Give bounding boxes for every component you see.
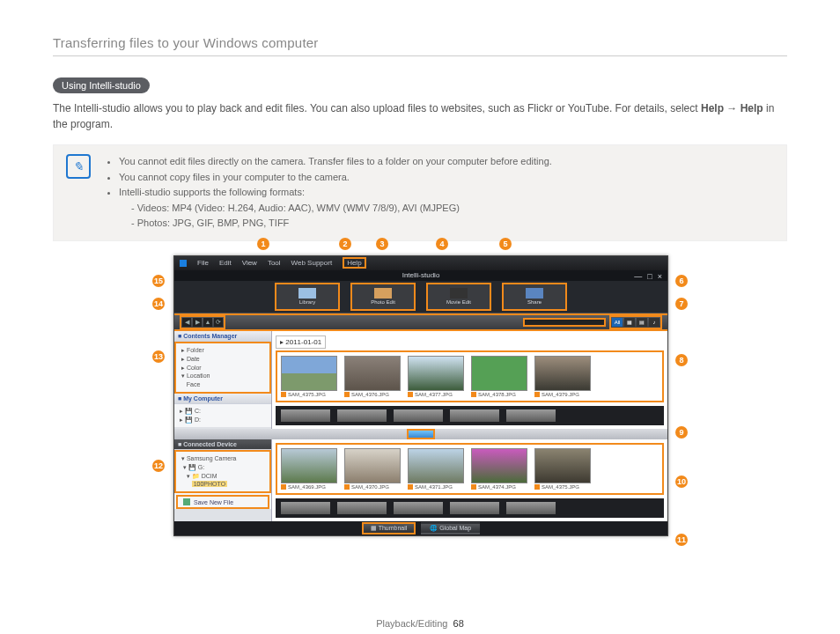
nav-forward-icon[interactable]: ▶: [193, 318, 202, 327]
callout-11: 11: [675, 534, 688, 546]
menu-tool[interactable]: Tool: [268, 259, 281, 267]
contents-tree[interactable]: ▸ Folder ▸ Date ▸ Color ▾ Location Face: [174, 342, 271, 394]
callout-6: 6: [675, 275, 688, 287]
thumbnail-item[interactable]: SAM_4374.JPG: [471, 448, 526, 490]
mini-thumb[interactable]: [394, 502, 443, 514]
callout-12: 12: [152, 460, 165, 472]
mycomputer-tree[interactable]: ▸ 💾 C: ▸ 💾 D:: [174, 404, 271, 427]
gallery-panel: ▸ 2011-01-01 SAM_4375.JPG SAM_4376.JPG S…: [272, 331, 667, 429]
thumbnail-image: [281, 356, 337, 391]
close-icon[interactable]: ×: [658, 271, 662, 282]
window-title-bar: Intelli-studio — □ ×: [174, 270, 667, 281]
tree-node-color[interactable]: Color: [187, 365, 202, 371]
thumbnail-item[interactable]: SAM_4378.JPG: [471, 356, 526, 397]
tree-drive-g[interactable]: G:: [198, 464, 204, 470]
splitter-bar[interactable]: [174, 429, 667, 439]
tree-node-location[interactable]: Location: [187, 372, 210, 379]
thumbnail-item[interactable]: SAM_4379.JPG: [534, 356, 589, 397]
callout-1: 1: [257, 238, 269, 250]
menu-help[interactable]: Help: [343, 257, 365, 269]
thumbnail-image: [408, 448, 464, 483]
save-new-file-button[interactable]: Save New File: [176, 495, 269, 509]
filter-video-icon[interactable]: ▤: [637, 318, 647, 327]
photo-type-icon: [471, 484, 476, 490]
thumbnail-item[interactable]: SAM_4369.JPG: [281, 448, 335, 490]
menu-web-support[interactable]: Web Support: [291, 259, 333, 267]
save-label: Save New File: [194, 499, 233, 505]
nav-up-icon[interactable]: ▲: [203, 318, 212, 327]
menu-file[interactable]: File: [197, 259, 209, 267]
mode-tab-bar: Library Photo Edit Movie Edit Share: [174, 281, 667, 313]
mini-thumb[interactable]: [506, 502, 556, 514]
mini-thumb[interactable]: [394, 409, 443, 422]
note-subitem: Videos: MP4 (Video: H.264, Audio: AAC), …: [131, 201, 552, 217]
tree-node-date[interactable]: Date: [187, 356, 200, 362]
tab-share[interactable]: Share: [502, 283, 567, 311]
app-logo-icon: [180, 260, 187, 267]
nav-buttons[interactable]: ◀ ▶ ▲ ⟳: [180, 315, 225, 329]
note-box: ✎ You cannot edit files directly on the …: [53, 144, 787, 241]
tab-library[interactable]: Library: [275, 283, 340, 311]
tree-node-100photo[interactable]: 100PHOTO: [192, 481, 227, 487]
intro-paragraph: The Intelli-studio allows you to play ba…: [53, 100, 787, 132]
global-map-button[interactable]: 🌐 Global Map: [421, 522, 480, 534]
mini-thumb[interactable]: [337, 502, 387, 514]
mini-thumb[interactable]: [450, 502, 499, 514]
intro-arrow: →: [726, 102, 740, 114]
help-menu-ref-2: Help: [741, 102, 763, 114]
callout-4: 4: [436, 238, 448, 250]
callout-14: 14: [152, 298, 165, 310]
filter-photo-icon[interactable]: ▦: [624, 318, 635, 327]
mini-thumb[interactable]: [281, 409, 330, 422]
splitter-handle-icon[interactable]: [407, 429, 435, 439]
tree-node-folder[interactable]: Folder: [187, 347, 204, 353]
mini-thumb[interactable]: [337, 409, 387, 422]
thumbnail-item[interactable]: SAM_4370.JPG: [344, 448, 399, 490]
photo-type-icon: [344, 392, 350, 397]
intro-text: The Intelli-studio allows you to play ba…: [53, 102, 701, 114]
photo-type-icon: [471, 392, 476, 397]
mini-thumb[interactable]: [506, 409, 556, 422]
thumbnail-item[interactable]: SAM_4371.JPG: [408, 448, 462, 490]
menu-view[interactable]: View: [242, 259, 257, 267]
photo-type-icon: [344, 484, 350, 490]
tab-label: Movie Edit: [446, 299, 471, 305]
device-tree[interactable]: ▾ Samsung Camera ▾ 💾 G: ▾ 📁 DCIM 100PHOT…: [174, 450, 271, 493]
photo-type-icon: [408, 392, 413, 397]
zoom-slider[interactable]: [523, 318, 606, 327]
library-icon: [298, 288, 316, 299]
mini-thumb[interactable]: [450, 409, 499, 422]
panel-title: Contents Manager: [183, 333, 237, 339]
help-menu-ref-1: Help: [701, 102, 724, 114]
device-gallery-panel: SAM_4369.JPG SAM_4370.JPG SAM_4371.JPG S…: [272, 439, 667, 521]
thumbnail-image: [534, 356, 591, 391]
tree-drive-c[interactable]: C:: [195, 408, 201, 414]
menu-bar[interactable]: File Edit View Tool Web Support Help: [174, 256, 667, 270]
thumbnail-filename: SAM_4375.JPG: [288, 392, 326, 397]
nav-refresh-icon[interactable]: ⟳: [214, 318, 223, 327]
menu-edit[interactable]: Edit: [219, 259, 232, 267]
page-title: Transferring files to your Windows compu…: [53, 35, 787, 56]
tree-node-face[interactable]: Face: [187, 381, 201, 387]
footer-section: Playback/Editing: [376, 618, 447, 629]
thumbnail-strip: [276, 406, 664, 425]
tree-drive-d[interactable]: D:: [195, 417, 201, 423]
maximize-icon[interactable]: □: [647, 271, 652, 282]
thumbnail-item[interactable]: SAM_4376.JPG: [344, 356, 399, 397]
thumbnail-item[interactable]: SAM_4375.JPG: [281, 356, 335, 397]
nav-back-icon[interactable]: ◀: [182, 318, 191, 327]
photo-type-icon: [281, 392, 286, 397]
minimize-icon[interactable]: —: [634, 271, 642, 282]
tab-movie-edit[interactable]: Movie Edit: [426, 283, 491, 311]
thumbnail-item[interactable]: SAM_4375.JPG: [534, 448, 589, 490]
tree-node-camera[interactable]: Samsung Camera: [187, 455, 236, 461]
callout-2: 2: [339, 238, 351, 250]
thumbnail-item[interactable]: SAM_4377.JPG: [408, 356, 462, 397]
tree-node-dcim[interactable]: DCIM: [202, 473, 217, 479]
tab-photo-edit[interactable]: Photo Edit: [350, 283, 416, 311]
thumbnail-strip: [276, 498, 664, 518]
thumbnail-view-button[interactable]: ▦ Thumbnail: [362, 522, 416, 534]
mini-thumb[interactable]: [281, 502, 330, 514]
filter-all-button[interactable]: All: [612, 318, 623, 327]
filter-audio-icon[interactable]: ♪: [649, 318, 659, 327]
